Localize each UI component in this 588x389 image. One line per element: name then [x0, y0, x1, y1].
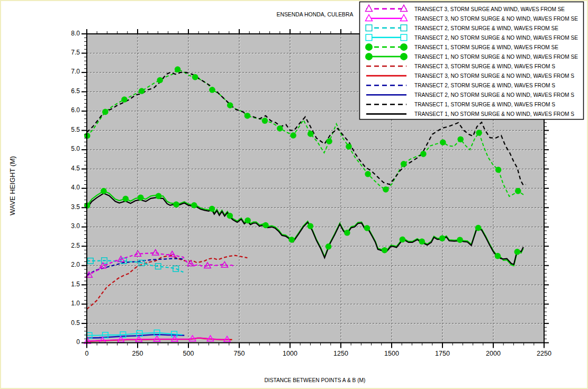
- svg-text:TRANSECT 3, NO STORM SURGE & N: TRANSECT 3, NO STORM SURGE & NO WIND, WA…: [414, 73, 574, 79]
- svg-text:2.0: 2.0: [71, 261, 80, 268]
- svg-text:0: 0: [76, 338, 80, 346]
- svg-text:TRANSECT 1, NO STORM SURGE & N: TRANSECT 1, NO STORM SURGE & NO WIND, WA…: [414, 53, 578, 60]
- svg-text:0: 0: [85, 350, 89, 357]
- svg-text:TRANSECT 1, NO STORM SURGE & N: TRANSECT 1, NO STORM SURGE & NO WIND, WA…: [414, 111, 574, 117]
- svg-text:5.0: 5.0: [71, 145, 80, 152]
- svg-text:2.5: 2.5: [71, 242, 80, 249]
- svg-text:4.5: 4.5: [71, 165, 80, 172]
- svg-text:6.0: 6.0: [71, 106, 80, 114]
- svg-text:1.0: 1.0: [71, 300, 80, 307]
- svg-text:7.0: 7.0: [71, 68, 80, 75]
- svg-text:DISTANCE BETWEEN POINTS A & B: DISTANCE BETWEEN POINTS A & B (M): [265, 377, 366, 383]
- svg-text:1000: 1000: [283, 350, 297, 357]
- svg-text:5.5: 5.5: [71, 126, 80, 133]
- svg-text:TRANSECT 2, STORM SURGE & WIND: TRANSECT 2, STORM SURGE & WIND, WAVES FR…: [414, 25, 558, 31]
- svg-text:ENSENDA HONDA, CULEBRA: ENSENDA HONDA, CULEBRA: [277, 11, 354, 17]
- svg-text:500: 500: [183, 350, 194, 357]
- svg-text:TRANSECT 2, STORM SURGE & WIND: TRANSECT 2, STORM SURGE & WIND, WAVES FR…: [414, 82, 555, 88]
- svg-text:2250: 2250: [537, 350, 551, 357]
- svg-text:TRANSECT 3, NO STORM SURGE & N: TRANSECT 3, NO STORM SURGE & NO WIND, WA…: [414, 15, 578, 22]
- svg-text:0.5: 0.5: [71, 319, 80, 327]
- svg-text:WAVE HEIGHT (M): WAVE HEIGHT (M): [9, 156, 16, 215]
- svg-text:1750: 1750: [435, 350, 450, 357]
- svg-text:TRANSECT 1, STORM SURGE & WIND: TRANSECT 1, STORM SURGE & WIND, WAVES FR…: [414, 101, 555, 107]
- svg-text:3.5: 3.5: [71, 203, 80, 211]
- svg-text:2000: 2000: [486, 350, 501, 357]
- svg-text:TRANSECT 2, NO STORM SURGE & N: TRANSECT 2, NO STORM SURGE & NO WIND, WA…: [414, 34, 578, 41]
- svg-text:1500: 1500: [384, 350, 399, 357]
- svg-text:TRANSECT 3, STORM SURGE & WIND: TRANSECT 3, STORM SURGE & WIND, WAVES FR…: [414, 63, 555, 69]
- svg-text:250: 250: [132, 350, 143, 357]
- svg-text:TRANSECT 3, STORM SURGE AND WI: TRANSECT 3, STORM SURGE AND WIND, WAVES …: [414, 6, 565, 12]
- svg-text:750: 750: [234, 350, 245, 357]
- svg-text:6.5: 6.5: [71, 87, 80, 95]
- svg-text:1.5: 1.5: [71, 281, 80, 288]
- svg-text:TRANSECT 1, STORM SURGE & WIND: TRANSECT 1, STORM SURGE & WIND, WAVES FR…: [414, 44, 558, 50]
- svg-text:7.5: 7.5: [71, 49, 80, 56]
- svg-text:TRANSECT 2, NO STORM SURGE & N: TRANSECT 2, NO STORM SURGE & NO WIND, WA…: [414, 92, 574, 98]
- svg-text:4.0: 4.0: [71, 184, 80, 191]
- svg-text:1250: 1250: [333, 350, 348, 357]
- svg-text:3.0: 3.0: [71, 222, 80, 230]
- svg-text:8.0: 8.0: [71, 30, 80, 37]
